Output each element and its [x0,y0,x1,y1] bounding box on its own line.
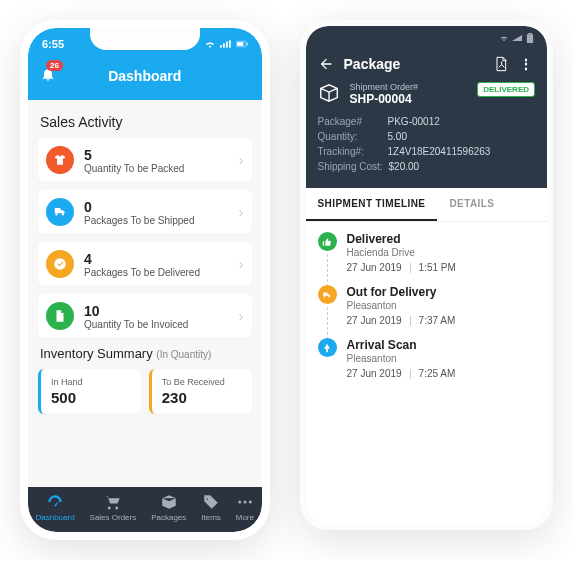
battery-icon [525,33,535,43]
meta-label: Shipping Cost: [318,161,383,172]
timeline-item: Arrival Scan Pleasanton 27 Jun 2019 7:25… [318,338,535,391]
svg-rect-10 [528,33,532,34]
package-header: Package ⋮ Shipment Order# SHP-00004 DELI… [306,50,547,188]
package-meta: Package# PKG-00012 Quantity: 5.00 Tracki… [318,116,535,172]
tshirt-icon [46,146,74,174]
shipment-order-label: Shipment Order# [350,82,468,92]
meta-label: Package# [318,116,382,127]
timeline-time: 1:51 PM [419,262,456,273]
page-title: Package [344,56,483,72]
svg-rect-3 [229,40,231,47]
timeline-title: Out for Delivery [347,285,535,299]
dashboard-content: Sales Activity 5 Quantity To be Packed ›… [28,100,262,487]
meta-value: 1Z4V18E20411596263 [388,146,491,157]
tab-sales-orders[interactable]: Sales Orders [90,493,137,522]
shipment-order-number: SHP-00004 [350,92,468,106]
tab-more[interactable]: More [236,493,254,522]
inv-label: To Be Received [162,377,242,387]
svg-point-8 [243,501,246,504]
timeline-date: 27 Jun 2019 [347,315,402,326]
timeline-time: 7:25 AM [419,368,456,379]
tab-details[interactable]: DETAILS [437,188,506,221]
meta-value: 5.00 [388,131,407,142]
svg-rect-6 [246,43,247,46]
svg-rect-0 [220,45,222,47]
inv-value: 230 [162,389,242,406]
box-icon [318,82,340,104]
svg-rect-5 [236,42,242,46]
svg-rect-2 [226,42,228,48]
package-icon [160,493,178,511]
card-value: 4 [84,251,239,267]
meta-label: Tracking#: [318,146,382,157]
tab-shipment-timeline[interactable]: SHIPMENT TIMELINE [306,188,438,221]
inv-label: In Hand [51,377,131,387]
timeline-item: Delivered Hacienda Drive 27 Jun 2019 1:5… [318,232,535,285]
svg-rect-1 [223,43,225,47]
meta-value: PKG-00012 [388,116,440,127]
chevron-right-icon: › [239,256,244,272]
iphone-frame: 6:55 26 Dashboard Sales Activity [20,20,270,540]
card-value: 0 [84,199,239,215]
package-tabs: SHIPMENT TIMELINE DETAILS [306,188,547,222]
timeline-title: Delivered [347,232,535,246]
shipment-timeline: Delivered Hacienda Drive 27 Jun 2019 1:5… [306,222,547,524]
signal-icon [220,39,232,49]
timeline-location: Pleasanton [347,300,535,311]
card-label: Quantity To be Packed [84,163,239,174]
tab-dashboard[interactable]: Dashboard [35,493,74,522]
iphone-notch [90,28,200,50]
wifi-icon [499,33,509,43]
timeline-time: 7:37 AM [419,315,456,326]
document-icon [46,302,74,330]
sales-activity-title: Sales Activity [40,114,250,130]
card-label: Packages To be Delivered [84,267,239,278]
signal-icon [512,33,522,43]
pdf-icon[interactable] [493,56,509,72]
gauge-icon [46,493,64,511]
meta-label: Quantity: [318,131,382,142]
status-bar [306,26,547,50]
sales-card-packed[interactable]: 5 Quantity To be Packed › [38,138,252,182]
arrow-icon [318,338,337,357]
card-value: 10 [84,303,239,319]
tab-items[interactable]: Items [201,493,221,522]
timeline-date: 27 Jun 2019 [347,262,402,273]
chevron-right-icon: › [239,204,244,220]
thumbs-up-icon [318,232,337,251]
inv-value: 500 [51,389,131,406]
sales-card-shipped[interactable]: 0 Packages To be Shipped › [38,190,252,234]
chevron-right-icon: › [239,308,244,324]
card-value: 5 [84,147,239,163]
card-label: Quantity To be Invoiced [84,319,239,330]
truck-icon [318,285,337,304]
notifications-button[interactable]: 26 [40,66,56,86]
timeline-location: Pleasanton [347,353,535,364]
timeline-location: Hacienda Drive [347,247,535,258]
back-icon[interactable] [318,56,334,72]
battery-icon [236,39,248,49]
tag-icon [202,493,220,511]
timeline-item: Out for Delivery Pleasanton 27 Jun 2019 … [318,285,535,338]
overflow-menu-icon[interactable]: ⋮ [519,56,535,72]
tab-bar: Dashboard Sales Orders Packages Items Mo… [28,487,262,532]
timeline-title: Arrival Scan [347,338,535,352]
status-icons [204,39,248,49]
app-header: 26 Dashboard [28,60,262,100]
sales-card-delivered[interactable]: 4 Packages To be Delivered › [38,242,252,286]
pixel-frame: Package ⋮ Shipment Order# SHP-00004 DELI… [300,20,553,530]
status-badge: DELIVERED [477,82,535,97]
check-circle-icon [46,250,74,278]
tab-packages[interactable]: Packages [151,493,186,522]
wifi-icon [204,39,216,49]
inventory-in-hand[interactable]: In Hand 500 [38,369,141,414]
status-time: 6:55 [42,38,64,50]
truck-icon [46,198,74,226]
page-title: Dashboard [56,68,234,84]
chevron-right-icon: › [239,152,244,168]
sales-card-invoiced[interactable]: 10 Quantity To be Invoiced › [38,294,252,338]
svg-rect-11 [527,34,533,43]
svg-point-9 [249,501,252,504]
svg-point-7 [238,501,241,504]
inventory-to-receive[interactable]: To Be Received 230 [149,369,252,414]
